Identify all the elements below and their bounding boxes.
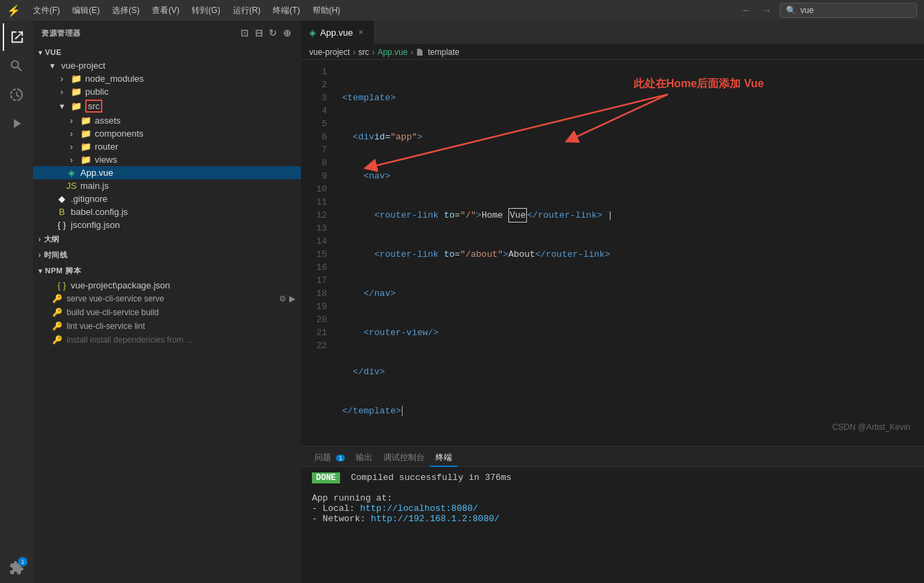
menu-edit[interactable]: 编辑(E) bbox=[67, 3, 105, 18]
npm-chevron-icon: ▾ bbox=[38, 267, 43, 275]
network-link[interactable]: http://192.168.1.2:8080/ bbox=[371, 514, 499, 524]
new-file-icon[interactable]: ⊡ bbox=[239, 26, 251, 40]
timeline-label: 时间线 bbox=[44, 250, 68, 260]
explorer-activity-icon[interactable] bbox=[3, 23, 30, 51]
panel-tab-terminal[interactable]: 终端 bbox=[430, 449, 458, 466]
activity-bar: 1 bbox=[0, 21, 33, 583]
settings-icon[interactable]: ⚙ bbox=[279, 294, 286, 304]
menu-goto[interactable]: 转到(G) bbox=[186, 3, 225, 18]
breadcrumb-app-vue[interactable]: App.vue bbox=[377, 47, 407, 57]
folder-icon: 📁 bbox=[80, 128, 91, 139]
sidebar-actions: ⊡ ⊟ ↻ ⊕ bbox=[239, 26, 293, 40]
collapse-icon[interactable]: ⊕ bbox=[282, 26, 293, 40]
panel-tabs: 问题 1 输出 调试控制台 终端 bbox=[301, 446, 924, 467]
sidebar-item-babel[interactable]: B babel.config.js bbox=[33, 205, 301, 218]
npm-lint-item[interactable]: 🔑 lint vue-cli-service lint bbox=[33, 319, 301, 333]
menu-terminal[interactable]: 终端(T) bbox=[267, 3, 305, 18]
code-line-6: </nav> bbox=[342, 287, 924, 300]
breadcrumb-template[interactable]: template bbox=[416, 47, 459, 57]
tab-bar: ◈ App.vue × bbox=[301, 21, 924, 45]
sidebar-item-app-vue[interactable]: ◈ App.vue bbox=[33, 166, 301, 179]
folder-icon: 📁 bbox=[71, 87, 82, 97]
timeline-section-header[interactable]: › 时间线 bbox=[33, 247, 301, 263]
search-activity-icon[interactable] bbox=[3, 52, 30, 80]
panel-tab-problems[interactable]: 问题 1 bbox=[309, 449, 350, 466]
watermark: CSDN @Artist_Kevin bbox=[832, 422, 910, 432]
titlebar-nav: ← → 🔍 vue bbox=[739, 3, 917, 18]
npm-package-item[interactable]: { } vue-project\package.json bbox=[33, 279, 301, 292]
nav-forward-button[interactable]: → bbox=[759, 3, 774, 17]
menu-view[interactable]: 查看(V) bbox=[146, 3, 185, 18]
js-file-icon: JS bbox=[66, 181, 77, 191]
editor-area: ◈ App.vue × vue-project › src › App.vue … bbox=[301, 21, 924, 583]
vue-project-label: vue-project bbox=[61, 60, 105, 71]
breadcrumb-src[interactable]: src bbox=[358, 47, 369, 57]
line-numbers: 12345 678910 1112131415 1617181920 2122 bbox=[301, 60, 334, 446]
key-icon: 🔑 bbox=[52, 294, 63, 304]
sidebar-item-node-modules[interactable]: › 📁 node_modules bbox=[33, 72, 301, 85]
jsconfig-label: jsconfig.json bbox=[71, 220, 120, 230]
npm-label: NPM 脚本 bbox=[45, 266, 82, 276]
menu-file[interactable]: 文件(F) bbox=[27, 3, 65, 18]
npm-section-header[interactable]: ▾ NPM 脚本 bbox=[33, 263, 301, 279]
network-label: - Network: bbox=[312, 514, 371, 524]
node-modules-label: node_modules bbox=[85, 73, 144, 84]
menu-select[interactable]: 选择(S) bbox=[106, 3, 145, 18]
menu-help[interactable]: 帮助(H) bbox=[307, 3, 346, 18]
refresh-icon[interactable]: ↻ bbox=[267, 26, 279, 40]
local-link[interactable]: http://localhost:8080/ bbox=[360, 503, 478, 514]
compiled-text: Compiled successfully in 376ms bbox=[351, 472, 512, 483]
extensions-activity-icon[interactable]: 1 bbox=[3, 554, 30, 582]
git-file-icon: ◆ bbox=[56, 194, 67, 204]
editor-content[interactable]: 12345 678910 1112131415 1617181920 2122 … bbox=[301, 60, 924, 446]
breadcrumb-sep-1: › bbox=[352, 47, 355, 57]
vue-section-header[interactable]: ▾ VUE bbox=[33, 45, 301, 59]
source-control-activity-icon[interactable] bbox=[3, 81, 30, 108]
code-editor[interactable]: <template> <div id="app"> <nav> <router-… bbox=[334, 60, 924, 446]
sidebar-item-vue-project[interactable]: ▾ vue-project bbox=[33, 59, 301, 72]
npm-build-item[interactable]: 🔑 build vue-cli-service build bbox=[33, 306, 301, 319]
sidebar-item-components[interactable]: › 📁 components bbox=[33, 127, 301, 140]
code-line-4: <router-link to="/">Home Vue</router-lin… bbox=[342, 209, 924, 222]
key-icon: 🔑 bbox=[52, 335, 63, 345]
breadcrumb-vue-project[interactable]: vue-project bbox=[309, 47, 350, 57]
chevron-right-icon: › bbox=[66, 128, 77, 139]
npm-install-name: install install dependencies from ... bbox=[67, 335, 192, 345]
debug-label: 调试控制台 bbox=[383, 453, 425, 462]
sidebar-item-views[interactable]: › 📁 views bbox=[33, 153, 301, 166]
sidebar-item-src[interactable]: ▾ 📁 src bbox=[33, 98, 301, 114]
sidebar-item-jsconfig[interactable]: { } jsconfig.json bbox=[33, 218, 301, 231]
breadcrumb: vue-project › src › App.vue › template bbox=[301, 45, 924, 60]
panel-tab-debug[interactable]: 调试控制台 bbox=[378, 449, 430, 466]
sidebar-item-assets[interactable]: › 📁 assets bbox=[33, 114, 301, 127]
sidebar-item-main-js[interactable]: JS main.js bbox=[33, 179, 301, 192]
sidebar-item-gitignore[interactable]: ◆ .gitignore bbox=[33, 192, 301, 205]
npm-serve-item[interactable]: 🔑 serve vue-cli-service serve ⚙ ▶ bbox=[33, 292, 301, 306]
outline-label: 大纲 bbox=[44, 234, 60, 244]
menu-run[interactable]: 运行(R) bbox=[227, 3, 267, 18]
run-script-icon[interactable]: ▶ bbox=[289, 294, 295, 304]
chevron-right-icon: › bbox=[66, 155, 77, 165]
code-line-5: <router-link to="/about">About</router-l… bbox=[342, 248, 924, 261]
tab-close-button[interactable]: × bbox=[357, 26, 365, 38]
panel-tab-output[interactable]: 输出 bbox=[350, 449, 378, 466]
app-vue-tab[interactable]: ◈ App.vue × bbox=[301, 21, 374, 44]
search-bar[interactable]: 🔍 vue bbox=[780, 3, 917, 18]
titlebar-menu: 文件(F) 编辑(E) 选择(S) 查看(V) 转到(G) 运行(R) 终端(T… bbox=[27, 3, 346, 18]
npm-install-item[interactable]: 🔑 install install dependencies from ... bbox=[33, 333, 301, 347]
code-line-10 bbox=[342, 444, 924, 446]
done-badge: DONE bbox=[312, 472, 340, 483]
chevron-right-icon: › bbox=[56, 87, 67, 97]
sidebar: 资源管理器 ⊡ ⊟ ↻ ⊕ ▾ VUE ▾ vue-project › 📁 bbox=[33, 21, 301, 583]
sidebar-item-public[interactable]: › 📁 public bbox=[33, 85, 301, 98]
nav-back-button[interactable]: ← bbox=[739, 3, 754, 17]
sidebar-title: 资源管理器 bbox=[41, 28, 81, 38]
chevron-down-icon: ▾ bbox=[56, 101, 67, 111]
run-activity-icon[interactable] bbox=[3, 110, 30, 137]
breadcrumb-sep-2: › bbox=[372, 47, 374, 57]
views-label: views bbox=[95, 155, 117, 165]
sidebar-item-router[interactable]: › 📁 router bbox=[33, 140, 301, 153]
assets-label: assets bbox=[95, 115, 121, 126]
new-folder-icon[interactable]: ⊟ bbox=[253, 26, 265, 40]
outline-section-header[interactable]: › 大纲 bbox=[33, 231, 301, 247]
